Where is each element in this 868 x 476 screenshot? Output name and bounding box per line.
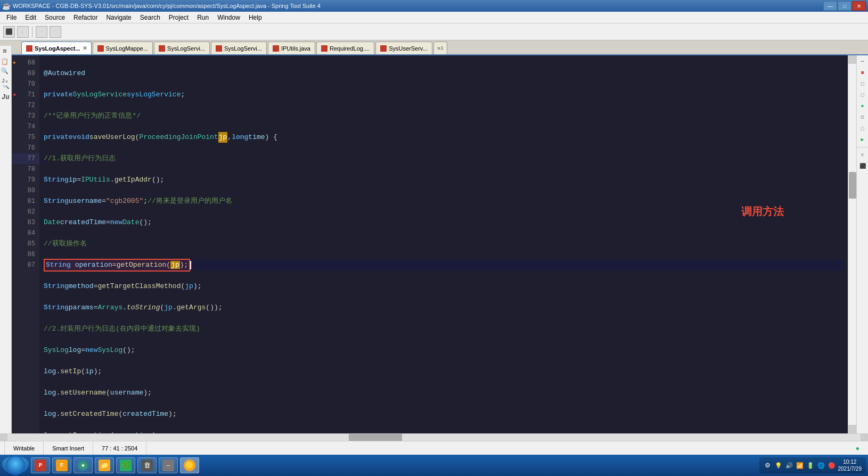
tab-label-5: IPUtils.java xyxy=(281,45,310,52)
menu-source[interactable]: Source xyxy=(40,13,69,22)
code-line-81: SysLog log=new SysLog(); xyxy=(44,345,844,356)
taskbar-btn-app7[interactable]: — xyxy=(159,457,178,473)
toolbar-icon-2[interactable]: ▶ xyxy=(17,26,29,38)
taskbar-btn-app5[interactable]: 🌿 xyxy=(116,457,135,473)
maximize-button[interactable]: □ xyxy=(838,1,851,11)
menu-refactor[interactable]: Refactor xyxy=(69,13,102,22)
h-scroll-thumb[interactable] xyxy=(349,434,402,441)
code-line-72: //1.获取用户行为日志 xyxy=(44,153,844,164)
app-icon: ☕ xyxy=(2,2,11,10)
menu-help[interactable]: Help xyxy=(244,13,266,22)
horizontal-scrollbar[interactable]: ◄ ► xyxy=(0,433,868,441)
right-icon-1[interactable]: ⋯ xyxy=(858,56,867,66)
menu-edit[interactable]: Edit xyxy=(21,13,40,22)
tab-syslogservice2[interactable]: SysLogServi... xyxy=(211,42,267,54)
tray-icon-7[interactable]: 🔴 xyxy=(828,461,836,470)
code-editor[interactable]: 68◈ 69 70 71● 72 73 74 75 76 77 78 79 80… xyxy=(12,55,848,433)
tab-syslogaspect[interactable]: SysLogAspect... ✕ xyxy=(21,42,92,54)
annotation-label: 调用方法 xyxy=(741,204,784,219)
menu-navigate[interactable]: Navigate xyxy=(102,13,135,22)
minimize-button[interactable]: — xyxy=(823,1,837,11)
scroll-track[interactable] xyxy=(848,64,856,425)
tab-close-icon[interactable]: ✕ xyxy=(83,45,87,51)
tab-label-6: RequiredLog.... xyxy=(330,45,370,52)
code-line-75: Date createdTime=new Date(); xyxy=(44,217,844,228)
code-line-80: //2.封装用户行为日志(在内容中通过对象去实现) xyxy=(44,324,844,334)
window-controls: — □ ✕ xyxy=(823,1,866,11)
tab-requiredlog[interactable]: RequiredLog.... xyxy=(316,42,374,54)
taskbar-btn-app6[interactable]: 🗑 xyxy=(137,457,157,473)
code-content[interactable]: @Autowired private SysLogService sysLogS… xyxy=(39,55,848,433)
status-right-icon: ● xyxy=(856,445,859,452)
code-line-73: String ip=IPUtils.getIpAddr(); xyxy=(44,175,844,185)
tab-overflow[interactable]: »1 xyxy=(433,42,447,54)
tab-label-2: SysLogMappe... xyxy=(106,45,149,52)
right-icon-6[interactable]: ⊡ xyxy=(858,112,867,122)
tray-icon-1[interactable]: ⚙ xyxy=(764,461,772,470)
code-line-71: private void saveUserLog(ProceedingJoinP… xyxy=(44,132,844,143)
tab-sysuserserv[interactable]: SysUserServ... xyxy=(375,42,432,54)
right-panel: ⋯ ◼ ▢ ▢ ● ⊡ ▢ ▶ ≡ ⬛ xyxy=(856,55,868,433)
tab-label-3: SysLogServi... xyxy=(167,45,205,52)
tab-icon xyxy=(26,45,32,52)
tab-icon-3 xyxy=(159,45,165,52)
tab-syslogmapper[interactable]: SysLogMappe... xyxy=(93,42,153,54)
code-line-77: String operation=getOperation(jp); xyxy=(44,260,844,270)
tab-syslogservice1[interactable]: SysLogServi... xyxy=(154,42,210,54)
scroll-up-button[interactable]: ▲ xyxy=(848,55,857,64)
tray-icon-5[interactable]: 🔋 xyxy=(806,461,815,470)
taskbar-btn-app8[interactable]: 🟡 xyxy=(180,457,199,473)
toolbar: ⬛ ▶ ↩ ↪ xyxy=(0,23,868,40)
toolbar-icon-3[interactable]: ↩ xyxy=(36,26,47,38)
menu-bar: File Edit Source Refactor Navigate Searc… xyxy=(0,12,868,23)
tray-icon-3[interactable]: 🔊 xyxy=(785,461,793,470)
code-line-76: //获取操作名 xyxy=(44,239,844,249)
close-button[interactable]: ✕ xyxy=(852,1,866,11)
scroll-down-button[interactable]: ▼ xyxy=(848,425,857,433)
menu-run[interactable]: Run xyxy=(193,13,213,22)
menu-project[interactable]: Project xyxy=(165,13,193,22)
tab-icon-6 xyxy=(321,45,327,52)
taskbar-btn-picasa[interactable]: P xyxy=(31,457,50,473)
right-icon-4[interactable]: ▢ xyxy=(858,90,867,100)
taskbar-btn-filezilla[interactable]: F xyxy=(52,457,71,473)
toolbar-icon-1[interactable]: ⬛ xyxy=(3,26,15,38)
left-icon-1[interactable]: ⊞ xyxy=(0,46,10,55)
tab-iputils[interactable]: IPUtils.java xyxy=(268,42,315,54)
right-icon-8[interactable]: ▶ xyxy=(858,135,867,144)
left-sidebar: ⊞ 📄 🔍 Ju xyxy=(0,55,12,433)
tab-icon-4 xyxy=(216,45,222,52)
menu-file[interactable]: File xyxy=(2,13,21,22)
right-icon-2[interactable]: ◼ xyxy=(858,68,867,77)
tray-icon-2[interactable]: 💡 xyxy=(774,461,783,470)
code-line-74: String username="cgb2005";//将来是登录用户的用户名 xyxy=(44,196,844,207)
h-scroll-track[interactable] xyxy=(7,434,861,441)
code-line-79: String params=Arrays.toString(jp.getArgs… xyxy=(44,302,844,313)
taskbar-btn-explorer[interactable]: 📁 xyxy=(95,457,114,473)
menu-search[interactable]: Search xyxy=(136,13,165,22)
tray-icon-4[interactable]: 📶 xyxy=(796,461,804,470)
taskbar: P F ● 📁 🌿 🗑 — 🟡 ⚙ 💡 🔊 📶 🔋 🌐 🔴 10:12 2021… xyxy=(0,455,868,476)
scroll-thumb[interactable] xyxy=(849,172,856,199)
right-icon-9[interactable]: ≡ xyxy=(858,150,867,160)
code-line-82: log.setIp(ip); xyxy=(44,366,844,377)
right-icon-5[interactable]: ● xyxy=(858,101,867,111)
system-tray: ⚙ 💡 🔊 📶 🔋 🌐 🔴 10:12 2021/7/29 xyxy=(759,457,866,473)
tab-label-7: SysUserServ... xyxy=(389,45,428,52)
h-scroll-right-button[interactable]: ► xyxy=(861,434,868,441)
right-icon-7[interactable]: ▢ xyxy=(858,124,867,133)
vertical-scrollbar[interactable]: ▲ ▼ xyxy=(848,55,856,433)
code-line-83: log.setUsername(username); xyxy=(44,388,844,398)
sidebar-icon-4[interactable]: Ju xyxy=(1,93,11,102)
h-scroll-left-button[interactable]: ◄ xyxy=(0,434,7,441)
title-bar: ☕ WORKSPACE - CGB-DB-SYS-V3.01/src/main/… xyxy=(0,0,868,12)
right-icon-10[interactable]: ⬛ xyxy=(858,161,867,171)
clock[interactable]: 10:12 2021/7/29 xyxy=(838,458,862,472)
code-line-84: log.setCreatedTime(createdTime); xyxy=(44,409,844,420)
start-button[interactable] xyxy=(2,456,29,474)
toolbar-icon-4[interactable]: ↪ xyxy=(50,26,61,38)
tray-icon-6[interactable]: 🌐 xyxy=(817,461,825,470)
taskbar-btn-chrome[interactable]: ● xyxy=(73,457,93,473)
menu-window[interactable]: Window xyxy=(213,13,244,22)
right-icon-3[interactable]: ▢ xyxy=(858,79,867,88)
